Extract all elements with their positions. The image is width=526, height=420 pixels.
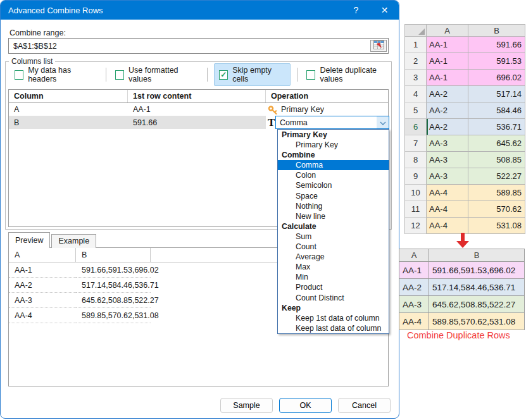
- dropdown-item-product[interactable]: Product: [278, 282, 389, 292]
- dropdown-group-combine: Combine: [278, 150, 389, 160]
- dropdown-item-comma[interactable]: Comma: [278, 160, 389, 170]
- sheet-row-header[interactable]: 6: [405, 119, 427, 135]
- sheet-cell-a10[interactable]: AA-4: [427, 185, 468, 201]
- sheet-row-header[interactable]: 2: [405, 53, 427, 70]
- columns-table-body: AAA-1Primary KeyB591.66TComma: [9, 103, 388, 129]
- select-all-corner[interactable]: [405, 25, 427, 37]
- range-picker-button[interactable]: [370, 40, 387, 52]
- tab-preview[interactable]: Preview: [8, 232, 50, 248]
- sheet-row-header[interactable]: 8: [405, 152, 427, 168]
- sheet-cell-b8[interactable]: 508.85: [468, 152, 525, 168]
- preview-header-b[interactable]: B: [76, 248, 151, 262]
- dropdown-item-min[interactable]: Min: [278, 272, 389, 282]
- checkbox-skip-empty-cells[interactable]: ✓Skip empty cells: [214, 63, 291, 86]
- column-header-column[interactable]: Column: [9, 90, 128, 102]
- sheet-cell-b12[interactable]: 531.08: [468, 218, 525, 234]
- checkbox-unchecked-icon: [306, 70, 315, 80]
- dropdown-item-new-line[interactable]: New line: [278, 211, 389, 221]
- checkbox-my-data-has-headers[interactable]: My data has headers: [12, 63, 99, 86]
- sheet-cell-b6[interactable]: 536.71: [468, 119, 525, 135]
- sheet-row-header[interactable]: 4: [405, 86, 427, 102]
- sheet-row-header[interactable]: 3: [405, 70, 427, 86]
- dropdown-item-count-distinct[interactable]: Count Distinct: [278, 293, 389, 303]
- checkbox-delete-duplicate-values[interactable]: Delete duplicate values: [304, 63, 399, 86]
- sheet-cell-a7[interactable]: AA-3: [427, 135, 468, 152]
- sheet-cell-a12[interactable]: AA-4: [427, 218, 468, 234]
- checkbox-use-formatted-values[interactable]: Use formatted values: [113, 63, 201, 86]
- sheet-row-header[interactable]: 7: [405, 135, 427, 152]
- sheet-cell-a3[interactable]: AA-1: [427, 70, 468, 86]
- combine-range-value: $A$1:$B$12: [13, 42, 57, 51]
- dropdown-item-nothing[interactable]: Nothing: [278, 201, 389, 211]
- sheet-cell-b3[interactable]: 696.02: [468, 70, 525, 86]
- sample-button[interactable]: Sample: [220, 398, 273, 413]
- key-icon: [268, 105, 278, 114]
- advanced-combine-rows-dialog: Advanced Combine Rows ? ✕ Combine range:…: [0, 0, 399, 419]
- preview-header-a[interactable]: A: [9, 248, 76, 262]
- text-icon: T: [268, 117, 275, 128]
- sheet-cell-a4[interactable]: AA-2: [427, 86, 468, 102]
- dropdown-item-keep-1st-data-of-column[interactable]: Keep 1st data of column: [278, 313, 389, 323]
- sheet-row-header[interactable]: 9: [405, 168, 427, 185]
- separator: [106, 68, 106, 82]
- sheet-cell-b4[interactable]: 517.14: [468, 86, 525, 102]
- sheet-column-header-a[interactable]: A: [427, 25, 468, 37]
- preview-cell-a: AA-4: [9, 308, 76, 323]
- sheet-cell-b11[interactable]: 570.62: [468, 201, 525, 218]
- preview-cell-b: 517.14,584.46,536.71: [76, 278, 151, 293]
- sheet-cell-a8[interactable]: AA-3: [427, 152, 468, 168]
- sheet-cell-b7[interactable]: 645.62: [468, 135, 525, 152]
- separator: [207, 68, 208, 82]
- titlebar-controls: ? ✕: [342, 1, 399, 20]
- sheet-row-header[interactable]: 12: [405, 218, 427, 234]
- sheet-cell-a6[interactable]: AA-2: [427, 119, 468, 135]
- tab-example[interactable]: Example: [51, 234, 96, 248]
- sheet-cell-b10[interactable]: 589.85: [468, 185, 525, 201]
- columns-table-row-b[interactable]: B591.66TComma: [9, 116, 388, 129]
- dropdown-item-sum[interactable]: Sum: [278, 232, 389, 242]
- dialog-titlebar[interactable]: Advanced Combine Rows ? ✕: [1, 1, 399, 20]
- sheet-column-header-b[interactable]: B: [468, 25, 525, 37]
- dropdown-item-average[interactable]: Average: [278, 252, 389, 262]
- checkbox-label: Delete duplicate values: [320, 66, 396, 83]
- sheet-row-header[interactable]: 1: [405, 37, 427, 53]
- sheet-cell-b9[interactable]: 522.27: [468, 168, 525, 185]
- sheet-row-4: 4AA-2517.14: [405, 86, 525, 102]
- sheet-cell-b1[interactable]: 591.66: [468, 37, 525, 53]
- close-button[interactable]: ✕: [370, 1, 399, 20]
- sheet-cell-a11[interactable]: AA-4: [427, 201, 468, 218]
- sheet-cell-b2[interactable]: 591.53: [468, 53, 525, 70]
- combobox-dropdown-button[interactable]: [377, 116, 389, 128]
- result-row-aa-1: AA-1591.66,591.53,696.02: [399, 262, 525, 279]
- ok-button[interactable]: OK: [279, 398, 332, 413]
- separator: [297, 68, 297, 82]
- column-header-operation[interactable]: Operation: [266, 90, 388, 102]
- dropdown-item-semicolon[interactable]: Semicolon: [278, 180, 389, 190]
- sheet-cell-a9[interactable]: AA-3: [427, 168, 468, 185]
- help-button[interactable]: ?: [342, 1, 370, 20]
- sheet-row-6: 6AA-2536.71: [405, 119, 525, 135]
- sheet-cell-b5[interactable]: 584.46: [468, 102, 525, 119]
- operation-combobox[interactable]: Comma: [275, 116, 389, 129]
- sheet-row-header[interactable]: 10: [405, 185, 427, 201]
- sheet-row-7: 7AA-3645.62: [405, 135, 525, 152]
- sheet-cell-a5[interactable]: AA-2: [427, 102, 468, 119]
- checkbox-row: My data has headersUse formatted values✓…: [12, 66, 399, 83]
- sheet-cell-a1[interactable]: AA-1: [427, 37, 468, 53]
- dropdown-item-count[interactable]: Count: [278, 242, 389, 252]
- result-cell-b: 517.14,584.46,536.71: [429, 279, 525, 296]
- cell-column: B: [9, 116, 128, 129]
- column-header-1st-row-content[interactable]: 1st row content: [128, 90, 266, 102]
- dropdown-item-keep-last-data-of-column[interactable]: Keep last data of column: [278, 323, 389, 333]
- sheet-row-header[interactable]: 11: [405, 201, 427, 218]
- dropdown-item-colon[interactable]: Colon: [278, 170, 389, 180]
- dropdown-item-space[interactable]: Space: [278, 191, 389, 201]
- combine-range-input[interactable]: $A$1:$B$12: [8, 38, 389, 54]
- dropdown-item-max[interactable]: Max: [278, 262, 389, 272]
- result-row-aa-2: AA-2517.14,584.46,536.71: [399, 279, 525, 296]
- columns-table-row-a[interactable]: AAA-1Primary Key: [9, 103, 388, 116]
- dropdown-item-primary-key[interactable]: Primary Key: [278, 140, 389, 150]
- sheet-row-header[interactable]: 5: [405, 102, 427, 119]
- sheet-cell-a2[interactable]: AA-1: [427, 53, 468, 70]
- cancel-button[interactable]: Cancel: [338, 398, 391, 413]
